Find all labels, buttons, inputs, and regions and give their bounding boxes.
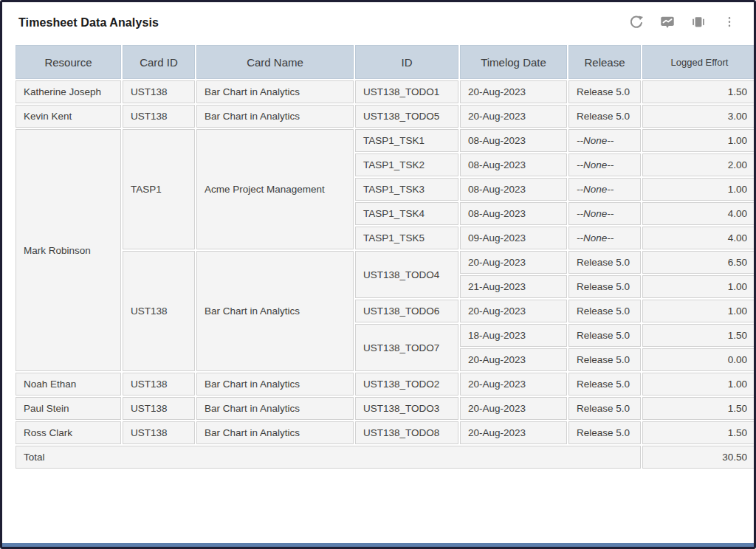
- column-header-logged-effort[interactable]: Logged Effort: [642, 45, 756, 79]
- carousel-view-button[interactable]: [689, 13, 708, 32]
- page-title: Timesheet Data Analysis: [18, 16, 159, 30]
- table-cell: 08-Aug-2023: [460, 153, 567, 176]
- column-header-release[interactable]: Release: [568, 45, 641, 79]
- table-cell: 20-Aug-2023: [460, 80, 567, 103]
- table-cell: Release 5.0: [568, 80, 641, 103]
- table-cell: TASP1_TSK3: [355, 178, 458, 201]
- table-cell: TASP1_TSK5: [355, 227, 458, 249]
- table-cell: 1.00: [642, 275, 756, 298]
- table-cell: UST138: [123, 251, 195, 371]
- table-cell: 20-Aug-2023: [460, 348, 567, 371]
- table-cell: UST138_TODO8: [355, 421, 458, 444]
- total-value: 30.50: [642, 446, 756, 469]
- table-cell: Bar Chart in Analytics: [196, 251, 354, 371]
- table-cell: 08-Aug-2023: [460, 178, 567, 201]
- table-cell: --None--: [568, 202, 641, 225]
- header-row: ResourceCard IDCard NameIDTimelog DateRe…: [16, 45, 756, 79]
- table-cell: 6.50: [642, 251, 756, 274]
- table-cell: Release 5.0: [568, 373, 641, 396]
- table-cell: 09-Aug-2023: [460, 227, 567, 249]
- column-header-card-id[interactable]: Card ID: [123, 45, 195, 79]
- table-cell: 2.00: [642, 153, 756, 176]
- table-cell: Paul Stein: [16, 397, 121, 420]
- chart-view-button[interactable]: [658, 13, 677, 32]
- chart-presentation-icon: [659, 14, 676, 32]
- column-header-resource[interactable]: Resource: [16, 45, 121, 79]
- table-cell: 20-Aug-2023: [460, 421, 567, 444]
- table-cell: 1.00: [642, 373, 756, 396]
- table-cell: Acme Project Management: [196, 129, 354, 249]
- more-options-button[interactable]: [720, 13, 739, 32]
- table-cell: Release 5.0: [568, 421, 641, 444]
- table-cell: Bar Chart in Analytics: [196, 80, 354, 103]
- table-cell: Kevin Kent: [16, 105, 121, 128]
- table-cell: Release 5.0: [568, 275, 641, 298]
- total-label: Total: [16, 446, 641, 469]
- refresh-icon: [628, 14, 645, 32]
- table-row: Kevin KentUST138Bar Chart in AnalyticsUS…: [16, 105, 756, 128]
- toolbar-actions: [627, 13, 739, 32]
- table-cell: UST138_TODO7: [355, 324, 458, 371]
- table-cell: TASP1_TSK2: [355, 153, 458, 176]
- table-cell: 18-Aug-2023: [460, 324, 567, 347]
- refresh-button[interactable]: [627, 13, 646, 32]
- table-cell: UST138_TODO6: [355, 300, 458, 322]
- total-row: Total30.50: [16, 446, 756, 469]
- table-cell: 3.00: [642, 105, 756, 128]
- table-cell: 1.00: [642, 129, 756, 152]
- column-header-timelog-date[interactable]: Timelog Date: [460, 45, 567, 79]
- table-cell: Release 5.0: [568, 324, 641, 347]
- bottom-accent-bar: [2, 543, 754, 547]
- carousel-view-icon: [690, 14, 707, 32]
- table-cell: 1.50: [642, 80, 756, 103]
- table-row: Katherine JosephUST138Bar Chart in Analy…: [16, 80, 756, 103]
- table-cell: UST138: [123, 421, 195, 444]
- table-cell: --None--: [568, 178, 641, 201]
- table-cell: UST138_TODO5: [355, 105, 458, 128]
- table-cell: 4.00: [642, 227, 756, 249]
- table-cell: 0.00: [642, 348, 756, 371]
- table-cell: UST138_TODO2: [355, 373, 458, 396]
- table-cell: Release 5.0: [568, 300, 641, 322]
- table-cell: UST138_TODO4: [355, 251, 458, 298]
- table-row: Ross ClarkUST138Bar Chart in AnalyticsUS…: [16, 421, 756, 444]
- table-cell: Katherine Joseph: [16, 80, 121, 103]
- table-cell: UST138: [123, 80, 195, 103]
- table-cell: 20-Aug-2023: [460, 397, 567, 420]
- table-cell: Bar Chart in Analytics: [196, 105, 354, 128]
- table-cell: 1.00: [642, 300, 756, 322]
- table-cell: Bar Chart in Analytics: [196, 373, 354, 396]
- table-cell: Release 5.0: [568, 251, 641, 274]
- table-cell: Ross Clark: [16, 421, 121, 444]
- timesheet-table: ResourceCard IDCard NameIDTimelog DateRe…: [14, 44, 756, 470]
- table-cell: 1.50: [642, 421, 756, 444]
- table-cell: 1.50: [642, 397, 756, 420]
- column-header-id[interactable]: ID: [355, 45, 458, 79]
- table-row: UST138Bar Chart in AnalyticsUST138_TODO4…: [16, 251, 756, 274]
- table-cell: Release 5.0: [568, 105, 641, 128]
- table-cell: 1.50: [642, 324, 756, 347]
- table-cell: UST138_TODO3: [355, 397, 458, 420]
- table-cell: UST138_TODO1: [355, 80, 458, 103]
- table-cell: Noah Ethan: [16, 373, 121, 396]
- table-row: Noah EthanUST138Bar Chart in AnalyticsUS…: [16, 373, 756, 396]
- table-cell: 08-Aug-2023: [460, 202, 567, 225]
- table-cell: TASP1_TSK4: [355, 202, 458, 225]
- table-cell: Release 5.0: [568, 348, 641, 371]
- table-cell: 08-Aug-2023: [460, 129, 567, 152]
- table-cell: 1.00: [642, 178, 756, 201]
- table-cell: --None--: [568, 129, 641, 152]
- table-cell: 20-Aug-2023: [460, 373, 567, 396]
- table-cell: Bar Chart in Analytics: [196, 421, 354, 444]
- table-cell: TASP1_TSK1: [355, 129, 458, 152]
- table-cell: 20-Aug-2023: [460, 105, 567, 128]
- table-cell: Bar Chart in Analytics: [196, 397, 354, 420]
- table-cell: Release 5.0: [568, 397, 641, 420]
- table-cell: UST138: [123, 397, 195, 420]
- table-cell: UST138: [123, 373, 195, 396]
- kebab-menu-icon: [723, 14, 736, 32]
- table-row: Paul SteinUST138Bar Chart in AnalyticsUS…: [16, 397, 756, 420]
- widget-header: Timesheet Data Analysis: [2, 2, 754, 44]
- table-cell: 20-Aug-2023: [460, 300, 567, 322]
- column-header-card-name[interactable]: Card Name: [196, 45, 354, 79]
